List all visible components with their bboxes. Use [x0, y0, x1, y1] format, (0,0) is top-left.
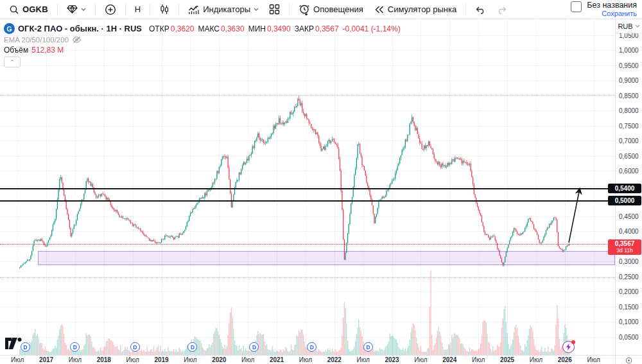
currency-selector[interactable]: RUB: [616, 19, 642, 33]
simulator-text: Симулятор рынка: [388, 4, 456, 14]
change-value: -0,0041 (-1,14%): [343, 24, 401, 33]
support-zone-rectangle[interactable]: [38, 251, 615, 265]
time-tick-month: Июл: [530, 356, 542, 363]
layout-grid-button[interactable]: [265, 2, 284, 17]
price-tick-label: 0,9500: [619, 62, 639, 69]
grid-layout-icon: [269, 4, 280, 15]
time-tick-year: 2019: [154, 356, 168, 363]
time-tick-month: Июл: [11, 356, 24, 363]
axis-settings-corner[interactable]: [615, 356, 642, 364]
time-tick-month: Июл: [414, 356, 427, 363]
close-label: ЗАКР: [295, 24, 314, 33]
layout-checkbox[interactable]: [571, 1, 582, 12]
undo-button[interactable]: [471, 3, 490, 16]
save-link[interactable]: Сохранить: [602, 10, 637, 18]
time-tick-month: Июл: [356, 356, 369, 363]
time-tick-month: Июл: [299, 356, 312, 363]
eye-off-icon[interactable]: [72, 36, 82, 44]
gem-icon: [67, 4, 78, 14]
low-label: МИН: [248, 24, 266, 33]
symbol-search-button[interactable]: OGKB: [5, 3, 52, 17]
tradingview-logo[interactable]: [5, 338, 22, 350]
top-toolbar: OGKB Н Индикаторы: [0, 0, 642, 19]
notification-dot: [571, 340, 575, 344]
alarm-clock-icon: [299, 4, 310, 15]
price-tick-label: 0,3000: [619, 258, 639, 265]
dividend-marker[interactable]: D: [130, 342, 140, 352]
price-tick-label: 0,2500: [619, 273, 639, 281]
toolbar-separator: [150, 4, 150, 15]
alerts-text: Оповещения: [313, 4, 363, 14]
candlestick-chart-canvas[interactable]: [0, 19, 615, 355]
volume-indicator-row[interactable]: Объём 512,83 M: [4, 46, 401, 55]
chevron-down-icon: [635, 24, 640, 28]
interval-text: Н: [135, 4, 141, 14]
support-line-050[interactable]: [0, 200, 615, 202]
chart-style-button[interactable]: [155, 2, 173, 17]
price-tick-label: 0,8000: [619, 107, 639, 114]
toolbar-separator: [57, 4, 58, 15]
time-tick-month: Июл: [184, 356, 196, 363]
event-lightning-marker[interactable]: [562, 341, 575, 353]
resistance-line-054[interactable]: [0, 188, 615, 189]
currency-label: RUB: [618, 22, 632, 30]
alerts-button[interactable]: Оповещения: [295, 2, 367, 17]
time-tick-year: 2022: [327, 356, 342, 363]
ema-indicator-row[interactable]: EMA 20/50/100/200: [4, 36, 401, 44]
legend-collapse-button[interactable]: ⌃: [4, 56, 21, 67]
price-tick-label: 1,0000: [619, 47, 639, 54]
replay-rewind-icon: [374, 5, 385, 14]
open-label: ОТКР: [149, 24, 169, 33]
toolbar-separator: [465, 4, 466, 15]
time-tick-year: 2024: [442, 356, 456, 363]
time-tick-month: Июл: [126, 356, 139, 363]
time-tick-year: 2023: [385, 356, 399, 363]
layout-name[interactable]: Без названия: [587, 1, 637, 10]
toolbar-separator: [125, 4, 126, 15]
symbol-logo: G: [4, 23, 15, 34]
compare-add-button[interactable]: [101, 2, 120, 17]
toolbar-separator: [95, 4, 96, 15]
undo-icon: [475, 5, 486, 14]
volume-value: 512,83 M: [31, 46, 64, 55]
price-axis[interactable]: RUB 1,05001,00000,95000,90000,85000,8000…: [615, 19, 642, 355]
indicators-button[interactable]: Индикаторы: [184, 3, 263, 17]
time-tick-year: 2026: [558, 356, 572, 363]
indicators-icon: [188, 4, 200, 15]
ohlc-values: ОТКР0,3620 МАКС0,3630 МИН0,3490 ЗАКР0,35…: [149, 24, 401, 33]
time-tick-month: Июл: [587, 356, 600, 363]
high-label: МАКС: [198, 24, 220, 33]
price-tick-label: 0,4500: [619, 213, 639, 220]
chevron-down-icon: [254, 8, 259, 11]
redo-icon: [496, 5, 507, 14]
last-price-dotted-line: [0, 244, 615, 245]
watchlist-gem-button[interactable]: [63, 3, 90, 16]
price-tick-label: 0,9000: [619, 77, 639, 84]
time-tick-year: 2020: [212, 356, 226, 363]
chart-pane: G ОГК-2 ПАО - обыкн. · 1Н · RUS ОТКР0,36…: [0, 19, 615, 355]
chart-legend: G ОГК-2 ПАО - обыкн. · 1Н · RUS ОТКР0,36…: [4, 23, 401, 67]
interval-button[interactable]: Н: [131, 3, 144, 16]
save-texts: Без названия Сохранить: [587, 1, 637, 18]
lightning-icon: [566, 343, 571, 351]
support-price-label: 0,5000: [608, 196, 641, 205]
settings-gear-icon: [625, 357, 632, 364]
indicators-text: Индикаторы: [203, 4, 250, 14]
symbol-search-text: OGKB: [22, 4, 48, 14]
last-price-label: 0,3567 3d 11h: [608, 239, 641, 254]
time-axis[interactable]: Июл2017Июл2018Июл2019Июл2020Июл2021Июл20…: [0, 355, 642, 364]
search-icon: [9, 4, 19, 15]
redo-button[interactable]: [492, 3, 511, 16]
time-tick-month: Июл: [241, 356, 254, 363]
time-tick-year: 2018: [97, 356, 111, 363]
time-tick-year: 2025: [500, 356, 514, 363]
save-layout-block: Без названия Сохранить: [571, 1, 637, 18]
price-tick-label: 0,1500: [619, 304, 639, 311]
symbol-title[interactable]: ОГК-2 ПАО - обыкн. · 1Н · RUS: [18, 24, 142, 33]
market-simulator-button[interactable]: Симулятор рынка: [370, 3, 460, 16]
symbol-row[interactable]: G ОГК-2 ПАО - обыкн. · 1Н · RUS ОТКР0,36…: [4, 23, 401, 34]
time-tick-year: 2021: [270, 356, 284, 363]
plus-circle-icon: [105, 4, 116, 15]
price-tick-label: 0,8500: [619, 92, 639, 100]
price-tick-label: 0,7500: [619, 123, 639, 130]
